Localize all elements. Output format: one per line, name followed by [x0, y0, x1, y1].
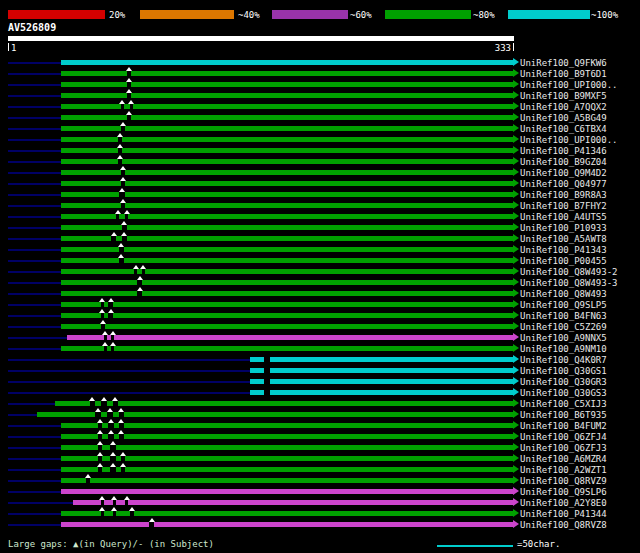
hit-label[interactable]: UniRef100_Q4K0R7: [520, 355, 607, 365]
hit-bar[interactable]: [61, 423, 513, 428]
hit-label[interactable]: UniRef100_Q9FKW6: [520, 58, 607, 68]
gap-marker-triangle-up-icon: [110, 452, 116, 456]
hit-bar[interactable]: [73, 500, 513, 505]
hit-label[interactable]: UniRef100_A9NNX5: [520, 333, 607, 343]
hit-label[interactable]: UniRef100_Q8RVZ8: [520, 520, 607, 530]
hit-label[interactable]: UniRef100_Q8RVZ9: [520, 476, 607, 486]
hit-label[interactable]: UniRef100_B4FUM2: [520, 421, 607, 431]
gap-marker-triangle-up-icon: [118, 243, 124, 247]
hit-label[interactable]: UniRef100_A7QQX2: [520, 102, 607, 112]
hit-bar[interactable]: [61, 456, 513, 461]
gap-segment: [111, 346, 114, 351]
hit-bar[interactable]: [61, 478, 513, 483]
hit-label[interactable]: UniRef100_Q04977: [520, 179, 607, 189]
gap-segment: [264, 368, 270, 373]
hit-bar[interactable]: [61, 236, 513, 241]
hit-label[interactable]: UniRef100_A4UTS5: [520, 212, 607, 222]
hit-label[interactable]: UniRef100_P41344: [520, 509, 607, 519]
gap-segment: [121, 170, 126, 175]
hit-label[interactable]: UniRef100_Q8W493-3: [520, 278, 618, 288]
hit-bar[interactable]: [61, 302, 513, 307]
hit-label[interactable]: UniRef100_A9NM10: [520, 344, 607, 354]
hit-label[interactable]: UniRef100_A6MZR4: [520, 454, 607, 464]
hit-label[interactable]: UniRef100_P10933: [520, 223, 607, 233]
hit-bar[interactable]: [61, 280, 513, 285]
hit-bar[interactable]: [61, 137, 513, 142]
hit-label[interactable]: UniRef100_P00455: [520, 256, 607, 266]
hit-label[interactable]: UniRef100_B6T935: [520, 410, 607, 420]
hit-label[interactable]: UniRef100_C6TBX4: [520, 124, 607, 134]
hit-bar[interactable]: [61, 346, 513, 351]
hit-label[interactable]: UniRef100_A2Y8E0: [520, 498, 607, 508]
hit-label[interactable]: UniRef100_Q30GS3: [520, 388, 607, 398]
hit-bar[interactable]: [61, 170, 513, 175]
hit-label[interactable]: UniRef100_Q9SLP6: [520, 487, 607, 497]
hit-label[interactable]: UniRef100_Q30GR3: [520, 377, 607, 387]
hit-bar[interactable]: [61, 126, 513, 131]
gap-marker-triangle-up-icon: [110, 441, 116, 445]
hit-label[interactable]: UniRef100_B9T6D1: [520, 69, 607, 79]
hit-label[interactable]: UniRef100_Q8W493: [520, 289, 607, 299]
unaligned-query-lead: [8, 216, 61, 218]
hit-bar[interactable]: [61, 313, 513, 318]
hit-bar[interactable]: [61, 203, 513, 208]
hit-label[interactable]: UniRef100_Q6ZFJ4: [520, 432, 607, 442]
hit-bar[interactable]: [250, 357, 513, 362]
gap-marker-triangle-up-icon: [119, 100, 125, 104]
hit-bar[interactable]: [61, 489, 513, 494]
hit-label[interactable]: UniRef100_UPI000..: [520, 80, 618, 90]
hit-bar[interactable]: [61, 291, 513, 296]
hit-label[interactable]: UniRef100_Q6ZFJ3: [520, 443, 607, 453]
hit-bar[interactable]: [61, 225, 513, 230]
hit-bar[interactable]: [61, 247, 513, 252]
hit-label[interactable]: UniRef100_UPI000..: [520, 135, 618, 145]
hit-label[interactable]: UniRef100_A5BG49: [520, 113, 607, 123]
gap-segment: [101, 500, 104, 505]
hit-bar[interactable]: [61, 434, 513, 439]
alignment-row: UniRef100_P00455: [0, 255, 640, 266]
hit-label[interactable]: UniRef100_Q9SLP5: [520, 300, 607, 310]
hit-end-arrow-right-icon: [513, 80, 519, 88]
hit-bar[interactable]: [55, 401, 513, 406]
gap-marker-triangle-up-icon: [137, 287, 143, 291]
hit-bar[interactable]: [61, 467, 513, 472]
hit-bar[interactable]: [61, 192, 513, 197]
hit-label[interactable]: UniRef100_A5AWT8: [520, 234, 607, 244]
hit-label[interactable]: UniRef100_B7FHY2: [520, 201, 607, 211]
hit-bar[interactable]: [67, 335, 513, 340]
hit-label[interactable]: UniRef100_B9GZ04: [520, 157, 607, 167]
hit-end-arrow-right-icon: [513, 388, 519, 396]
hit-bar[interactable]: [61, 60, 513, 65]
hit-label[interactable]: UniRef100_Q9M4D2: [520, 168, 607, 178]
hit-label[interactable]: UniRef100_A2WZT1: [520, 465, 607, 475]
hit-bar[interactable]: [61, 159, 513, 164]
hit-end-arrow-right-icon: [513, 509, 519, 517]
hit-end-arrow-right-icon: [513, 355, 519, 363]
hit-label[interactable]: UniRef100_P41346: [520, 146, 607, 156]
gap-marker-triangle-up-icon: [97, 463, 103, 467]
hit-bar[interactable]: [61, 269, 513, 274]
hit-bar[interactable]: [61, 258, 513, 263]
hit-bar[interactable]: [61, 445, 513, 450]
hit-label[interactable]: UniRef100_B9MXF5: [520, 91, 607, 101]
hit-label[interactable]: UniRef100_B9R8A3: [520, 190, 607, 200]
gap-marker-triangle-up-icon: [108, 298, 114, 302]
gap-marker-triangle-up-icon: [99, 309, 105, 313]
hit-bar[interactable]: [250, 379, 513, 384]
large-gaps-note: Large gaps: ▲(in Query)/- (in Subject): [8, 539, 214, 549]
hit-label[interactable]: UniRef100_P41343: [520, 245, 607, 255]
hit-bar[interactable]: [61, 214, 513, 219]
hit-bar[interactable]: [250, 368, 513, 373]
gap-segment: [107, 412, 113, 417]
hit-bar[interactable]: [61, 148, 513, 153]
hit-bar[interactable]: [61, 522, 513, 527]
hit-bar[interactable]: [61, 324, 513, 329]
hit-label[interactable]: UniRef100_C5XIJ3: [520, 399, 607, 409]
hit-bar[interactable]: [250, 390, 513, 395]
hit-label[interactable]: UniRef100_C5Z269: [520, 322, 607, 332]
hit-label[interactable]: UniRef100_Q8W493-2: [520, 267, 618, 277]
hit-label[interactable]: UniRef100_Q30GS1: [520, 366, 607, 376]
alignment-row: UniRef100_Q8W493: [0, 288, 640, 299]
hit-bar[interactable]: [61, 181, 513, 186]
hit-label[interactable]: UniRef100_B4FN63: [520, 311, 607, 321]
